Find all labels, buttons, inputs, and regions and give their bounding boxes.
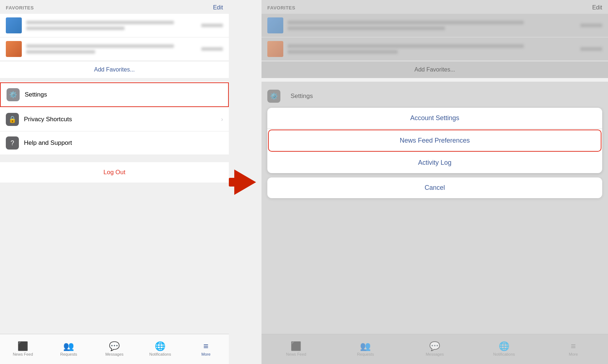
right-add-favorites-section: Add Favorites... [262,61,608,78]
blur-line [26,50,95,54]
list-item [262,37,608,61]
left-bottom-nav: ⬛ News Feed 👥 Requests 💬 Messages 🌐 Noti… [0,334,229,364]
right-add-favorites-link: Add Favorites... [414,66,455,73]
help-support-menu-item[interactable]: ? Help and Support [0,131,229,155]
help-icon: ? [6,136,19,150]
list-item[interactable] [0,14,229,37]
right-settings-icon: ⚙️ [267,90,280,103]
nav-label: More [569,352,578,356]
messages-icon: 💬 [109,342,120,351]
account-settings-item[interactable]: Account Settings [267,108,602,129]
nav-label-notifications: Notifications [149,352,171,356]
right-nav-requests: 👥 Requests [331,334,400,364]
right-nav-news-feed: ⬛ News Feed [262,334,331,364]
left-menu-section: ⚙️ Settings 🔒 Privacy Shortcuts › ? Help… [0,82,229,155]
chevron-right-icon: › [221,116,223,123]
settings-icon: ⚙️ [7,88,20,101]
more-icon: ≡ [203,342,208,351]
nav-label-more: More [201,352,210,356]
blur-line [288,26,445,30]
nav-label: Requests [357,352,374,356]
blurred-name [288,44,602,54]
activity-log-item[interactable]: Activity Log [267,152,602,173]
nav-label: News Feed [286,352,307,356]
right-favorites-header: FAVORITES Edit [262,0,608,14]
requests-icon: 👥 [360,342,371,351]
nav-item-messages[interactable]: 💬 Messages [92,334,137,364]
nav-label: Messages [426,352,444,356]
avatar [267,17,283,33]
right-top-section: FAVORITES Edit [262,0,608,108]
left-favorites-list [0,14,229,61]
blurred-name [288,21,602,30]
settings-menu-item[interactable]: ⚙️ Settings [0,82,229,107]
separator [0,155,229,159]
blur-line [288,44,524,48]
right-settings-row: ⚙️ Settings [262,85,608,108]
avatar [6,41,22,57]
notifications-icon: 🌐 [499,342,510,351]
cancel-item[interactable]: Cancel [267,177,602,198]
requests-icon: 👥 [63,342,74,351]
add-favorites-link[interactable]: Add Favorites... [94,66,135,73]
blur-badge [580,24,602,27]
news-feed-icon: ⬛ [17,342,28,351]
cancel-label: Cancel [425,184,445,191]
blur-line [26,44,174,48]
nav-label: Notifications [493,352,515,356]
blur-badge [201,24,223,27]
news-feed-preferences-item[interactable]: News Feed Preferences [268,130,601,152]
add-favorites-section: Add Favorites... [0,61,229,78]
nav-item-notifications[interactable]: 🌐 Notifications [137,334,183,364]
left-panel: FAVORITES Edit Add Favorites... [0,0,229,364]
news-feed-preferences-label: News Feed Preferences [400,137,470,144]
blur-line [288,21,524,24]
blur-badge [580,47,602,51]
notifications-icon: 🌐 [155,342,166,351]
right-settings-label: Settings [291,93,602,100]
activity-log-label: Activity Log [418,159,451,166]
blur-line [288,50,398,54]
arrow-container [229,0,262,364]
separator [262,78,608,82]
avatar [267,41,283,57]
right-bottom-nav: ⬛ News Feed 👥 Requests 💬 Messages 🌐 Noti… [262,334,608,364]
right-favorites-list [262,14,608,61]
red-arrow-icon [234,169,256,195]
left-favorites-edit[interactable]: Edit [213,4,223,11]
blur-line [26,21,174,24]
right-nav-messages: 💬 Messages [400,334,470,364]
messages-icon: 💬 [429,342,440,351]
cancel-section: Cancel [267,177,602,198]
blur-badge [201,47,223,51]
separator [0,78,229,82]
blurred-name [26,21,223,30]
blurred-name [26,44,223,54]
nav-item-requests[interactable]: 👥 Requests [46,334,92,364]
nav-label-requests: Requests [60,352,77,356]
right-favorites-edit[interactable]: Edit [592,4,602,11]
log-out-button[interactable]: Log Out [104,169,126,176]
nav-item-more[interactable]: ≡ More [183,334,229,364]
list-item[interactable] [0,37,229,61]
settings-dropdown: Account Settings News Feed Preferences A… [267,108,602,173]
privacy-icon: 🔒 [6,113,19,126]
right-panel: FAVORITES Edit [262,0,608,364]
list-item [262,14,608,37]
blur-line [26,26,125,30]
nav-item-news-feed[interactable]: ⬛ News Feed [0,334,46,364]
right-favorites-title: FAVORITES [267,5,295,11]
nav-label-news-feed: News Feed [13,352,33,356]
left-favorites-title: FAVORITES [6,5,34,11]
help-label: Help and Support [24,139,223,147]
privacy-shortcuts-menu-item[interactable]: 🔒 Privacy Shortcuts › [0,108,229,131]
privacy-label: Privacy Shortcuts [24,116,221,123]
nav-label-messages: Messages [105,352,123,356]
log-out-section: Log Out [0,162,229,183]
avatar [6,17,22,33]
right-nav-more: ≡ More [539,334,608,364]
news-feed-icon: ⬛ [291,342,301,351]
right-nav-notifications: 🌐 Notifications [469,334,539,364]
account-settings-label: Account Settings [410,114,459,122]
settings-label: Settings [25,91,222,98]
